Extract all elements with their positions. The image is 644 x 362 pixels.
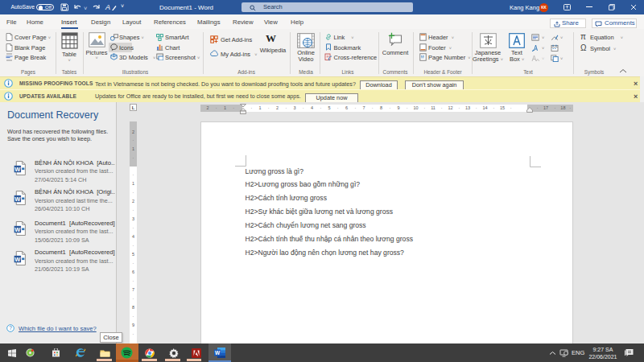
svg-text:W: W: [14, 166, 20, 173]
svg-text:?: ?: [9, 325, 12, 331]
svg-text:W: W: [215, 350, 221, 356]
svg-text:W: W: [14, 226, 20, 233]
svg-text:W: W: [14, 255, 20, 262]
svg-text:W: W: [14, 195, 20, 202]
